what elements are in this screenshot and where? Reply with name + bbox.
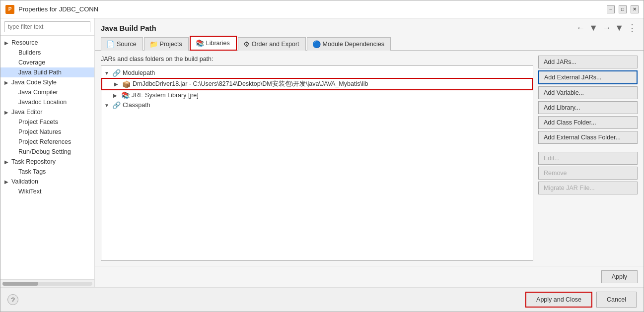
build-tree-item-dmjdbc[interactable]: ▶📦DmJdbcDriver18.jar - C:\Users\82714\De… (101, 78, 533, 90)
sidebar-item-validation[interactable]: ▶Validation (0, 177, 94, 187)
sidebar-item-run-debug[interactable]: Run/Debug Setting (0, 147, 94, 157)
panel-header: Java Build Path ← ▼ → ▼ ⋮ (95, 18, 644, 35)
tab-icon-projects: 📁 (149, 40, 158, 48)
search-input[interactable] (4, 21, 90, 32)
tab-projects[interactable]: 📁Projects (144, 37, 189, 51)
properties-dialog: P Properties for JDBC_CONN − □ ✕ ▶Resour… (0, 0, 644, 312)
sidebar-item-label: Task Repository (11, 158, 90, 165)
sidebar-scrollbar[interactable] (0, 279, 94, 287)
tree-item-text: Modulepath (123, 69, 155, 76)
expand-arrow-icon: ▶ (4, 110, 11, 115)
add-library-button[interactable]: Add Library... (538, 101, 638, 114)
sidebar-item-java-build-path[interactable]: Java Build Path (0, 67, 94, 77)
add-external-jars-button[interactable]: Add External JARs... (538, 70, 638, 84)
expand-arrow-icon: ▶ (4, 179, 11, 185)
expand-icon: ▶ (114, 81, 122, 87)
build-tree-item-modulepath[interactable]: ▼🔗Modulepath (101, 68, 533, 78)
bottom-bar: Apply (95, 266, 644, 287)
sidebar-item-label: Java Compiler (18, 89, 90, 96)
tab-source[interactable]: 📄Source (101, 37, 143, 51)
sidebar-item-label: Java Build Path (18, 69, 90, 76)
apply-close-button[interactable]: Apply and Close (525, 292, 592, 308)
tab-label-order-export: Order and Export (252, 41, 299, 48)
dialog-icon: P (5, 5, 14, 14)
sidebar-item-label: Task Tags (18, 168, 90, 175)
expand-arrow-icon: ▶ (4, 40, 11, 46)
minimize-button[interactable]: − (607, 5, 615, 13)
add-jars-button[interactable]: Add JARs... (538, 56, 638, 68)
apply-button[interactable]: Apply (601, 270, 638, 283)
footer: ? Apply and Close Cancel (0, 287, 644, 312)
edit-button: Edit... (538, 152, 638, 165)
sidebar-item-java-editor[interactable]: ▶Java Editor (0, 107, 94, 117)
tab-label-libraries: Libraries (206, 40, 230, 47)
expand-arrow-icon: ▶ (4, 80, 11, 85)
buttons-spacer (538, 146, 638, 150)
sidebar-item-task-repository[interactable]: ▶Task Repository (0, 157, 94, 167)
expand-icon: ▶ (113, 93, 121, 98)
sidebar-item-coverage[interactable]: Coverage (0, 58, 94, 67)
sidebar-item-label: Java Code Style (11, 79, 90, 86)
nav-dropdown2-button[interactable]: ▼ (614, 23, 625, 33)
sidebar-item-label: Validation (11, 178, 90, 185)
tab-libraries[interactable]: 📚Libraries (190, 36, 237, 51)
sidebar-item-resource[interactable]: ▶Resource (0, 38, 94, 48)
expand-icon: ▼ (104, 70, 112, 76)
tab-icon-module-deps: 🔵 (312, 40, 321, 48)
maximize-button[interactable]: □ (619, 5, 627, 13)
add-external-class-button[interactable]: Add External Class Folder... (538, 131, 638, 144)
cancel-button[interactable]: Cancel (596, 292, 637, 308)
panel-title: Java Build Path (101, 24, 156, 32)
sidebar-item-project-references[interactable]: Project References (0, 137, 94, 147)
sidebar: ▶ResourceBuildersCoverageJava Build Path… (0, 18, 95, 287)
tree-item-text: DmJdbcDriver18.jar - C:\Users\82714\Desk… (133, 80, 368, 88)
sidebar-item-java-compiler[interactable]: Java Compiler (0, 87, 94, 97)
sidebar-search-area (0, 18, 94, 36)
nav-dropdown-button[interactable]: ▼ (588, 23, 599, 33)
build-tree-item-jre[interactable]: ▶📚JRE System Library [jre] (101, 90, 533, 100)
nav-menu-button[interactable]: ⋮ (627, 22, 638, 33)
build-tree-panel: ▼🔗Modulepath▶📦DmJdbcDriver18.jar - C:\Us… (101, 65, 533, 261)
expand-arrow-icon: ▶ (4, 159, 11, 165)
titlebar-controls: − □ ✕ (607, 5, 639, 13)
build-path-label: JARs and class folders on the build path… (101, 56, 533, 62)
add-variable-button[interactable]: Add Variable... (538, 86, 638, 99)
expand-icon: ▼ (104, 103, 112, 108)
tab-order-export[interactable]: ⚙Order and Export (238, 37, 306, 51)
tree-item-icon: 📚 (121, 91, 130, 99)
nav-icons: ← ▼ → ▼ ⋮ (575, 22, 638, 33)
sidebar-item-task-tags[interactable]: Task Tags (0, 167, 94, 177)
sidebar-item-wikitext[interactable]: WikiText (0, 187, 94, 196)
tree-item-icon: 📦 (122, 80, 131, 88)
tab-icon-order-export: ⚙ (243, 40, 250, 48)
help-button[interactable]: ? (7, 294, 18, 305)
footer-buttons: Apply and Close Cancel (525, 292, 637, 308)
add-class-folder-button[interactable]: Add Class Folder... (538, 116, 638, 129)
main-content: ▶ResourceBuildersCoverageJava Build Path… (0, 18, 644, 287)
sidebar-item-label: Coverage (18, 59, 90, 66)
right-panel: Java Build Path ← ▼ → ▼ ⋮ 📄Source📁Projec… (95, 18, 644, 287)
tab-icon-libraries: 📚 (196, 39, 204, 47)
sidebar-item-label: Project Facets (18, 119, 90, 125)
sidebar-item-label: Builders (18, 49, 90, 56)
sidebar-item-label: WikiText (18, 188, 90, 195)
sidebar-item-javadoc-location[interactable]: Javadoc Location (0, 97, 94, 107)
tab-module-deps[interactable]: 🔵Module Dependencies (307, 37, 391, 51)
close-button[interactable]: ✕ (631, 5, 639, 13)
tab-icon-source: 📄 (106, 40, 115, 48)
sidebar-item-java-code-style[interactable]: ▶Java Code Style (0, 77, 94, 87)
sidebar-item-builders[interactable]: Builders (0, 48, 94, 58)
sidebar-item-project-natures[interactable]: Project Natures (0, 127, 94, 137)
sidebar-tree: ▶ResourceBuildersCoverageJava Build Path… (0, 36, 94, 279)
sidebar-item-label: Project Natures (18, 128, 90, 135)
nav-back-button[interactable]: ← (575, 23, 586, 33)
sidebar-item-label: Java Editor (11, 109, 90, 116)
tree-item-icon: 🔗 (112, 101, 121, 109)
sidebar-item-project-facets[interactable]: Project Facets (0, 117, 94, 127)
tree-item-icon: 🔗 (112, 69, 121, 77)
nav-forward-button[interactable]: → (601, 23, 612, 33)
build-tree-item-classpath[interactable]: ▼🔗Classpath (101, 100, 533, 110)
migrate-jar-button: Migrate JAR File... (538, 182, 638, 194)
scrollbar-track (2, 282, 92, 286)
sidebar-item-label: Resource (11, 39, 90, 46)
